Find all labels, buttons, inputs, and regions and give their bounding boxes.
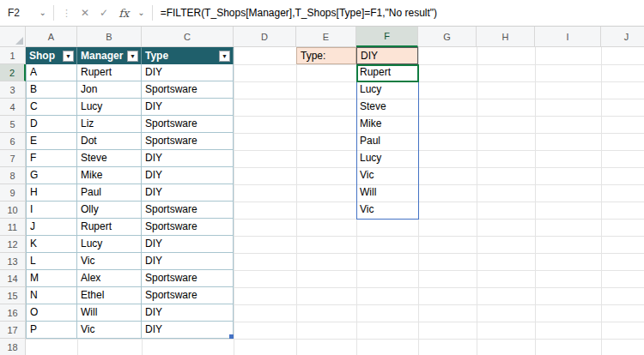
filter-button-shop[interactable]: ▼ xyxy=(63,51,74,62)
cell-C3[interactable]: Sportsware xyxy=(142,81,234,99)
cell-C10[interactable]: Sportsware xyxy=(142,202,234,219)
cell-B3[interactable]: Jon xyxy=(77,81,142,99)
cell-C15[interactable]: Sportsware xyxy=(142,287,234,304)
cell-A6[interactable]: E xyxy=(26,133,77,150)
filter-button-manager[interactable]: ▼ xyxy=(127,51,138,62)
row-header-13[interactable]: 13 xyxy=(0,253,26,270)
cell-B15[interactable]: Ethel xyxy=(77,287,142,304)
column-header-B[interactable]: B xyxy=(77,27,142,47)
row-header-8[interactable]: 8 xyxy=(0,167,26,184)
cell-F1[interactable]: DIY xyxy=(356,47,418,64)
row-header-17[interactable]: 17 xyxy=(0,322,26,339)
cell-B13[interactable]: Vic xyxy=(77,253,142,270)
cell-B16[interactable]: Will xyxy=(77,304,142,322)
row-header-7[interactable]: 7 xyxy=(0,150,26,167)
cell-B2[interactable]: Rupert xyxy=(77,64,142,81)
formula-input[interactable]: =FILTER(T_Shops[Manager],T_Shops[Type]=F… xyxy=(156,7,437,19)
name-box-dropdown-icon[interactable]: ⌄ xyxy=(36,9,50,17)
cell-F5[interactable]: Mike xyxy=(356,116,418,133)
insert-function-icon[interactable]: fx xyxy=(113,7,134,20)
cell-A4[interactable]: C xyxy=(26,99,77,116)
cell-F2[interactable]: Rupert xyxy=(356,64,418,81)
enter-icon[interactable]: ✓ xyxy=(94,7,113,19)
cell-B4[interactable]: Lucy xyxy=(77,99,142,116)
cell-C12[interactable]: DIY xyxy=(142,236,234,253)
column-header-I[interactable]: I xyxy=(535,27,601,47)
cell-C11[interactable]: Sportsware xyxy=(142,219,234,236)
cell-A3[interactable]: B xyxy=(26,81,77,99)
cell-C9[interactable]: DIY xyxy=(142,184,234,202)
cell-A13[interactable]: L xyxy=(26,253,77,270)
cell-C13[interactable]: DIY xyxy=(142,253,234,270)
cell-C5[interactable]: Sportsware xyxy=(142,116,234,133)
row-header-3[interactable]: 3 xyxy=(0,81,26,99)
cell-A2[interactable]: A xyxy=(26,64,77,81)
cell-A12[interactable]: K xyxy=(26,236,77,253)
row-header-9[interactable]: 9 xyxy=(0,184,26,202)
cell-B11[interactable]: Rupert xyxy=(77,219,142,236)
row-header-4[interactable]: 4 xyxy=(0,99,26,116)
table-resize-handle[interactable] xyxy=(229,334,234,339)
filter-button-type[interactable]: ▼ xyxy=(219,51,230,62)
column-header-H[interactable]: H xyxy=(477,27,535,47)
row-header-6[interactable]: 6 xyxy=(0,133,26,150)
cell-C6[interactable]: Sportsware xyxy=(142,133,234,150)
formula-bar-splitter-icon[interactable]: ⋮ xyxy=(58,8,76,19)
row-header-16[interactable]: 16 xyxy=(0,304,26,322)
cell-B10[interactable]: Olly xyxy=(77,202,142,219)
column-header-C[interactable]: C xyxy=(142,27,234,47)
cell-B7[interactable]: Steve xyxy=(77,150,142,167)
cell-A9[interactable]: H xyxy=(26,184,77,202)
cell-F8[interactable]: Vic xyxy=(356,167,418,184)
cancel-icon[interactable]: ✕ xyxy=(76,7,94,19)
column-header-A[interactable]: A xyxy=(26,27,77,47)
cell-A16[interactable]: O xyxy=(26,304,77,322)
cell-B14[interactable]: Alex xyxy=(77,270,142,287)
column-header-G[interactable]: G xyxy=(418,27,477,47)
cell-F10[interactable]: Vic xyxy=(356,202,418,219)
row-header-10[interactable]: 10 xyxy=(0,202,26,219)
cell-B17[interactable]: Vic xyxy=(77,322,142,339)
row-header-5[interactable]: 5 xyxy=(0,116,26,133)
cell-C14[interactable]: Sportsware xyxy=(142,270,234,287)
select-all-corner[interactable] xyxy=(0,27,26,47)
row-header-14[interactable]: 14 xyxy=(0,270,26,287)
cell-B6[interactable]: Dot xyxy=(77,133,142,150)
cell-C2[interactable]: DIY xyxy=(142,64,234,81)
cell-F7[interactable]: Lucy xyxy=(356,150,418,167)
column-header-D[interactable]: D xyxy=(234,27,296,47)
cell-F6[interactable]: Paul xyxy=(356,133,418,150)
cell-A5[interactable]: D xyxy=(26,116,77,133)
cell-B5[interactable]: Liz xyxy=(77,116,142,133)
cell-A15[interactable]: N xyxy=(26,287,77,304)
cell-B12[interactable]: Lucy xyxy=(77,236,142,253)
row-header-11[interactable]: 11 xyxy=(0,219,26,236)
cell-B9[interactable]: Paul xyxy=(77,184,142,202)
function-dropdown-icon[interactable]: ⌄ xyxy=(134,9,148,17)
cell-C7[interactable]: DIY xyxy=(142,150,234,167)
column-header-F[interactable]: F xyxy=(356,27,418,47)
row-header-2[interactable]: 2 xyxy=(0,64,26,81)
cell-E1[interactable]: Type: xyxy=(296,47,356,64)
cell-F4[interactable]: Steve xyxy=(356,99,418,116)
row-header-12[interactable]: 12 xyxy=(0,236,26,253)
row-header-18[interactable]: 18 xyxy=(0,339,26,355)
column-header-E[interactable]: E xyxy=(296,27,356,47)
cell-F3[interactable]: Lucy xyxy=(356,81,418,99)
cell-C17[interactable]: DIY xyxy=(142,322,234,339)
cell-A8[interactable]: G xyxy=(26,167,77,184)
cell-C16[interactable]: DIY xyxy=(142,304,234,322)
cell-A7[interactable]: F xyxy=(26,150,77,167)
row-header-15[interactable]: 15 xyxy=(0,287,26,304)
cell-A11[interactable]: J xyxy=(26,219,77,236)
cell-B8[interactable]: Mike xyxy=(77,167,142,184)
cell-A14[interactable]: M xyxy=(26,270,77,287)
cell-C8[interactable]: DIY xyxy=(142,167,234,184)
row-header-1[interactable]: 1 xyxy=(0,47,26,64)
name-box[interactable]: F2 ⌄ xyxy=(0,0,50,26)
column-header-J[interactable]: J xyxy=(601,27,644,47)
cell-A10[interactable]: I xyxy=(26,202,77,219)
cell-A17[interactable]: P xyxy=(26,322,77,339)
cell-F9[interactable]: Will xyxy=(356,184,418,202)
cell-C4[interactable]: DIY xyxy=(142,99,234,116)
